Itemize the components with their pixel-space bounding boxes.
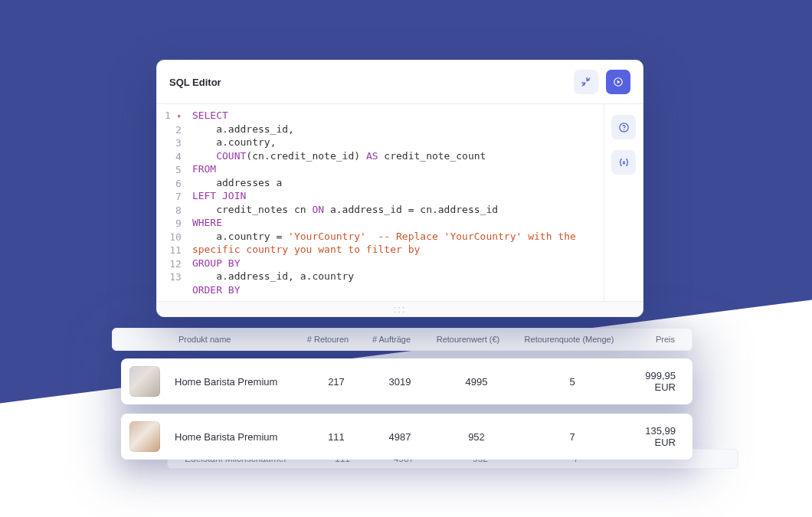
braces-icon xyxy=(618,157,630,169)
col-header-name: Produkt name xyxy=(113,335,298,344)
editor-side-rail xyxy=(604,104,643,301)
resize-handle[interactable]: ::: xyxy=(157,301,643,316)
cell-orders: 4987 xyxy=(366,431,434,443)
thumbnail-image xyxy=(129,421,160,452)
results-table-header: Produkt name # Retouren # Aufträge Retou… xyxy=(112,328,692,351)
drag-handle-icon: ::: xyxy=(394,303,407,315)
col-header-returns: # Retouren xyxy=(298,335,358,344)
table-row[interactable]: Home Barista Premium 111 4987 952 7 135,… xyxy=(121,414,692,460)
editor-header: SQL Editor xyxy=(157,61,643,104)
play-icon xyxy=(613,77,624,87)
line-number-gutter: 1 ▾2345678910111213 xyxy=(157,104,188,301)
thumbnail-image xyxy=(129,366,160,397)
col-header-price: Preis xyxy=(627,335,692,344)
sql-code[interactable]: SELECT a.address_id, a.country, COUNT(cn… xyxy=(188,104,604,301)
cell-returns: 111 xyxy=(306,431,366,443)
help-icon xyxy=(618,122,630,133)
cell-price: 999,95 EUR xyxy=(625,370,692,393)
cell-rate: 5 xyxy=(519,376,625,388)
table-row[interactable]: Home Barista Premium 217 3019 4995 5 999… xyxy=(121,358,692,404)
cell-price: 135,99 EUR xyxy=(625,425,692,448)
collapse-button[interactable] xyxy=(574,70,598,94)
run-query-button[interactable] xyxy=(606,70,630,94)
editor-body: 1 ▾2345678910111213 SELECT a.address_id,… xyxy=(157,104,643,301)
col-header-rate: Retourenquote (Menge) xyxy=(511,335,627,344)
code-area[interactable]: 1 ▾2345678910111213 SELECT a.address_id,… xyxy=(157,104,604,301)
svg-point-2 xyxy=(623,129,624,130)
cell-returns: 217 xyxy=(306,376,366,388)
product-thumbnail xyxy=(121,421,169,452)
sql-editor-card: SQL Editor 1 ▾2345678910111213 S xyxy=(156,60,643,317)
collapse-icon xyxy=(581,77,591,87)
editor-title: SQL Editor xyxy=(169,77,221,88)
product-thumbnail xyxy=(121,366,169,397)
col-header-orders: # Aufträge xyxy=(358,335,425,344)
cell-name: Home Barista Premium xyxy=(169,376,306,388)
editor-header-actions xyxy=(574,70,630,94)
cell-rate: 7 xyxy=(519,431,625,443)
help-button[interactable] xyxy=(611,115,636,139)
cell-orders: 3019 xyxy=(366,376,434,388)
cell-value: 952 xyxy=(434,431,519,443)
col-header-value: Retourenwert (€) xyxy=(425,335,511,344)
cell-name: Home Barista Premium xyxy=(169,431,306,443)
variables-button[interactable] xyxy=(611,150,636,175)
cell-value: 4995 xyxy=(434,376,519,388)
